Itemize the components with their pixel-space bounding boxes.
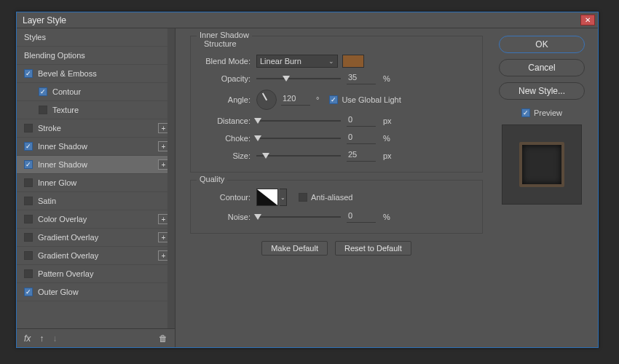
cancel-button[interactable]: Cancel (499, 59, 585, 76)
global-light-label: Use Global Light (342, 95, 401, 104)
angle-value[interactable]: 120 (281, 94, 310, 106)
checkbox-icon[interactable] (39, 106, 47, 114)
shadow-color-swatch[interactable] (342, 55, 364, 68)
checkbox-icon[interactable] (24, 124, 33, 132)
preview-box (502, 124, 582, 205)
sidebar-item-bevel-emboss-0[interactable]: ✓Bevel & Emboss (17, 65, 175, 83)
checkbox-icon[interactable]: ✓ (24, 69, 33, 78)
layer-style-dialog: Layer Style ✕ Styles Blending Options ✓B… (16, 12, 599, 348)
checkbox-icon[interactable]: ✓ (24, 142, 33, 151)
sidebar-header-styles[interactable]: Styles (17, 28, 175, 47)
noise-value[interactable]: 0 (347, 211, 376, 223)
checkbox-icon[interactable] (24, 215, 33, 223)
sidebar-item-label: Gradient Overlay (38, 251, 98, 260)
checkbox-icon[interactable] (24, 251, 33, 260)
sidebar-item-inner-shadow-4[interactable]: ✓Inner Shadow+ (17, 138, 175, 156)
size-unit: px (383, 151, 392, 160)
chevron-down-icon: ⌄ (328, 58, 334, 65)
sidebar-item-outer-glow-12[interactable]: ✓Outer Glow (17, 283, 175, 301)
sidebar-item-color-overlay-8[interactable]: Color Overlay+ (17, 210, 175, 229)
sidebar-item-label: Stroke (38, 124, 61, 132)
sidebar-item-gradient-overlay-9[interactable]: Gradient Overlay+ (17, 229, 175, 247)
close-button[interactable]: ✕ (580, 15, 595, 25)
panel-title: Inner Shadow (197, 31, 252, 39)
sidebar-item-texture-2[interactable]: Texture (17, 101, 175, 119)
contour-chevron-icon[interactable]: ⌄ (280, 189, 287, 206)
checkbox-icon: ✓ (521, 108, 530, 117)
noise-label: Noise: (200, 213, 256, 221)
distance-value[interactable]: 0 (347, 115, 376, 127)
sidebar-item-inner-shadow-5[interactable]: ✓Inner Shadow+ (17, 156, 175, 174)
quality-fieldset: Quality Contour: ⌄ Anti-aliased Noise: (190, 180, 483, 234)
checkbox-icon[interactable]: ✓ (39, 87, 47, 96)
reset-default-button[interactable]: Reset to Default (335, 241, 411, 256)
preview-checkbox[interactable]: ✓ Preview (521, 108, 562, 117)
distance-row: Distance: 0 px (200, 112, 473, 130)
checkbox-icon[interactable] (24, 233, 33, 242)
sidebar-blending-options[interactable]: Blending Options (17, 47, 175, 65)
sidebar-item-contour-1[interactable]: ✓Contour (17, 83, 175, 101)
blend-mode-value: Linear Burn (260, 57, 301, 66)
angle-unit: ° (316, 95, 319, 104)
antialiased-checkbox[interactable]: Anti-aliased (299, 193, 352, 202)
noise-unit: % (383, 213, 390, 221)
sidebar-item-inner-glow-6[interactable]: Inner Glow (17, 174, 175, 192)
trash-icon[interactable]: 🗑 (159, 333, 167, 344)
noise-slider[interactable] (256, 212, 341, 222)
checkbox-icon[interactable] (24, 197, 33, 205)
ok-button[interactable]: OK (499, 36, 585, 53)
close-icon: ✕ (585, 16, 591, 24)
structure-title: Structure (204, 39, 473, 48)
default-buttons-row: Make Default Reset to Default (190, 241, 483, 256)
settings-panel: Inner Shadow Structure Blend Mode: Linea… (176, 28, 492, 347)
new-style-button[interactable]: New Style... (499, 82, 585, 100)
sidebar-item-label: Contour (52, 87, 81, 96)
sidebar-item-satin-7[interactable]: Satin (17, 192, 175, 210)
sidebar-item-pattern-overlay-11[interactable]: Pattern Overlay (17, 265, 175, 283)
opacity-row: Opacity: 35 % (200, 70, 473, 87)
choke-row: Choke: 0 % (200, 130, 473, 147)
checkbox-icon[interactable] (24, 269, 33, 278)
arrow-up-icon[interactable]: ↑ (39, 333, 44, 344)
opacity-label: Opacity: (200, 74, 256, 83)
make-default-button[interactable]: Make Default (261, 241, 328, 256)
structure-fieldset: Inner Shadow Structure Blend Mode: Linea… (190, 36, 483, 173)
sidebar-item-label: Outer Glow (38, 288, 79, 296)
fx-menu-icon[interactable]: fx (24, 333, 31, 344)
sidebar-blending-label: Blending Options (24, 51, 85, 60)
choke-slider[interactable] (256, 133, 341, 143)
contour-picker[interactable] (256, 189, 278, 206)
blend-mode-label: Blend Mode: (200, 57, 256, 66)
size-value[interactable]: 25 (347, 150, 376, 162)
sidebar-item-label: Inner Shadow (38, 160, 87, 169)
noise-row: Noise: 0 % (200, 208, 473, 226)
choke-value[interactable]: 0 (347, 132, 376, 144)
antialiased-label: Anti-aliased (311, 193, 352, 202)
sidebar-scrollbar[interactable] (167, 28, 175, 328)
checkbox-icon[interactable] (24, 178, 33, 187)
sidebar-item-stroke-3[interactable]: Stroke+ (17, 119, 175, 138)
angle-dial[interactable] (256, 90, 277, 110)
arrow-down-icon[interactable]: ↓ (52, 333, 57, 344)
size-slider[interactable] (256, 151, 341, 161)
sidebar-item-label: Color Overlay (38, 215, 87, 223)
distance-slider[interactable] (256, 116, 341, 126)
global-light-checkbox[interactable]: ✓ Use Global Light (329, 95, 401, 104)
opacity-value[interactable]: 35 (347, 73, 376, 84)
checkbox-icon[interactable]: ✓ (24, 288, 33, 296)
choke-unit: % (383, 134, 390, 143)
contour-label: Contour: (200, 193, 256, 202)
blend-mode-select[interactable]: Linear Burn ⌄ (256, 55, 338, 68)
styles-sidebar: Styles Blending Options ✓Bevel & Emboss✓… (17, 28, 176, 347)
checkbox-icon[interactable]: ✓ (24, 160, 33, 169)
titlebar: Layer Style ✕ (17, 12, 598, 28)
styles-list: Styles Blending Options ✓Bevel & Emboss✓… (17, 28, 175, 328)
contour-row: Contour: ⌄ Anti-aliased (200, 186, 473, 208)
size-row: Size: 25 px (200, 147, 473, 165)
opacity-unit: % (383, 74, 390, 83)
sidebar-item-label: Inner Glow (38, 178, 76, 187)
opacity-slider[interactable] (256, 74, 341, 84)
blend-mode-row: Blend Mode: Linear Burn ⌄ (200, 52, 473, 70)
sidebar-item-gradient-overlay-10[interactable]: Gradient Overlay+ (17, 247, 175, 265)
checkbox-icon: ✓ (329, 95, 338, 104)
